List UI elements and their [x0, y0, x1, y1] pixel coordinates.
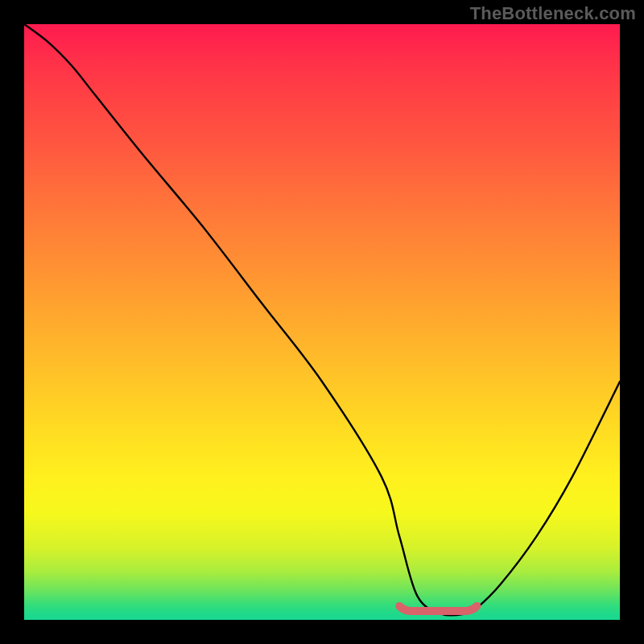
- attribution-text: TheBottleneck.com: [470, 3, 636, 24]
- main-curve: [24, 24, 620, 616]
- curve-svg: [24, 24, 620, 620]
- flat-highlight: [399, 606, 477, 611]
- plot-area: [24, 24, 620, 620]
- chart-frame: TheBottleneck.com: [0, 0, 644, 644]
